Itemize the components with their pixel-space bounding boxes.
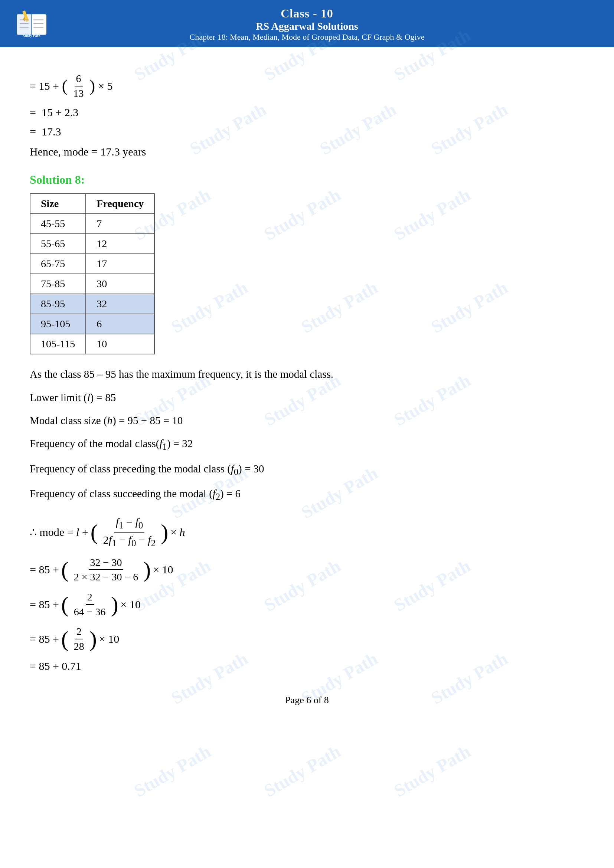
therefore-symbol: ∴ mode = l + (30, 521, 88, 543)
header-text: Class - 10 RS Aggarwal Solutions Chapter… (190, 7, 425, 42)
solution8-heading: Solution 8: (30, 173, 584, 187)
freq-cell: 32 (86, 294, 154, 314)
calc-step-3: = 85 + ( 2 28 ) × 10 (30, 625, 584, 653)
size-cell: 65-75 (30, 254, 86, 274)
logo: Study Path (11, 8, 52, 39)
freq-cell: 7 (86, 214, 154, 234)
lower-limit-text: Lower limit (l) = 85 (30, 389, 584, 406)
svg-text:Study Path: Study Path (23, 34, 40, 38)
freq-cell: 6 (86, 314, 154, 334)
times-h: × h (171, 521, 185, 543)
big-open-paren-3: ( (61, 594, 69, 616)
big-close-paren-3: ) (111, 594, 118, 616)
freq-cell: 10 (86, 334, 154, 354)
class-label: Class - 10 (190, 7, 425, 20)
frequency-table: Size Frequency 45-55 7 55-65 12 65-75 17… (30, 193, 155, 354)
svg-rect-1 (17, 14, 31, 35)
page-footer: Page 6 of 8 (30, 695, 584, 713)
equation-2: = 15 + 2.3 (30, 106, 584, 119)
table-row: 105-115 10 (30, 334, 154, 354)
chapter-label: Chapter 18: Mean, Median, Mode of Groupe… (190, 32, 425, 42)
big-close-paren: ) (161, 521, 168, 543)
table-row: 65-75 17 (30, 254, 154, 274)
table-row: 45-55 7 (30, 214, 154, 234)
big-open-paren-2: ( (61, 558, 69, 581)
freq-modal-text: Frequency of the modal class(f1) = 32 (30, 435, 584, 454)
watermark: Study Path (131, 741, 214, 801)
brand-label: RS Aggarwal Solutions (190, 20, 425, 32)
big-close-paren-2: ) (143, 558, 151, 581)
table-row: 75-85 30 (30, 274, 154, 294)
big-open-paren-4: ( (61, 628, 69, 650)
watermark: Study Path (391, 741, 474, 801)
equation-3: = 17.3 (30, 126, 584, 138)
size-cell: 45-55 (30, 214, 86, 234)
table-header-row: Size Frequency (30, 194, 154, 214)
step2-fraction: 2 64 − 36 (72, 591, 107, 618)
size-cell: 105-115 (30, 334, 86, 354)
freq-cell: 17 (86, 254, 154, 274)
step1-fraction: 32 − 30 2 × 32 − 30 − 6 (72, 556, 140, 583)
freq-cell: 12 (86, 234, 154, 254)
page-header: Study Path Class - 10 RS Aggarwal Soluti… (0, 0, 614, 47)
calc-step-2: = 85 + ( 2 64 − 36 ) × 10 (30, 591, 584, 618)
watermark: Study Path (260, 741, 344, 801)
modal-class-size-text: Modal class size (h) = 95 − 85 = 10 (30, 412, 584, 429)
col-size: Size (30, 194, 86, 214)
size-cell: 95-105 (30, 314, 86, 334)
open-paren: ( (62, 78, 68, 94)
eq1-equals: = 15 + (30, 80, 59, 92)
close-paren: ) (90, 78, 95, 94)
calc-step-4: = 85 + 0.71 (30, 660, 584, 673)
step3-fraction: 2 28 (72, 625, 86, 653)
hence-mode-text: Hence, mode = 17.3 years (30, 146, 584, 158)
freq-succeeding-text: Frequency of class succeeding the modal … (30, 485, 584, 504)
calc-step-1: = 85 + ( 32 − 30 2 × 32 − 30 − 6 ) × 10 (30, 556, 584, 583)
big-close-paren-4: ) (90, 628, 97, 650)
equation-1: = 15 + ( 6 13 ) × 5 (30, 72, 584, 99)
svg-rect-2 (31, 14, 47, 35)
table-row: 95-105 6 (30, 314, 154, 334)
size-cell: 85-95 (30, 294, 86, 314)
col-frequency: Frequency (86, 194, 154, 214)
fraction-6-13: 6 13 (72, 72, 85, 99)
freq-preceding-text: Frequency of class preceding the modal c… (30, 460, 584, 479)
mode-formula: ∴ mode = l + ( f1 − f0 2f1 − f0 − f2 ) ×… (30, 515, 584, 549)
table-row: 55-65 12 (30, 234, 154, 254)
modal-class-statement: As the class 85 – 95 has the maximum fre… (30, 366, 584, 383)
size-cell: 75-85 (30, 274, 86, 294)
table-row-highlighted: 85-95 32 (30, 294, 154, 314)
formula-fraction: f1 − f0 2f1 − f0 − f2 (102, 515, 157, 549)
freq-cell: 30 (86, 274, 154, 294)
eq1-rest: × 5 (98, 80, 113, 92)
big-open-paren: ( (91, 521, 98, 543)
size-cell: 55-65 (30, 234, 86, 254)
page-number: Page 6 of 8 (285, 695, 329, 705)
main-content: = 15 + ( 6 13 ) × 5 = 15 + 2.3 = 17.3 He… (0, 47, 614, 743)
